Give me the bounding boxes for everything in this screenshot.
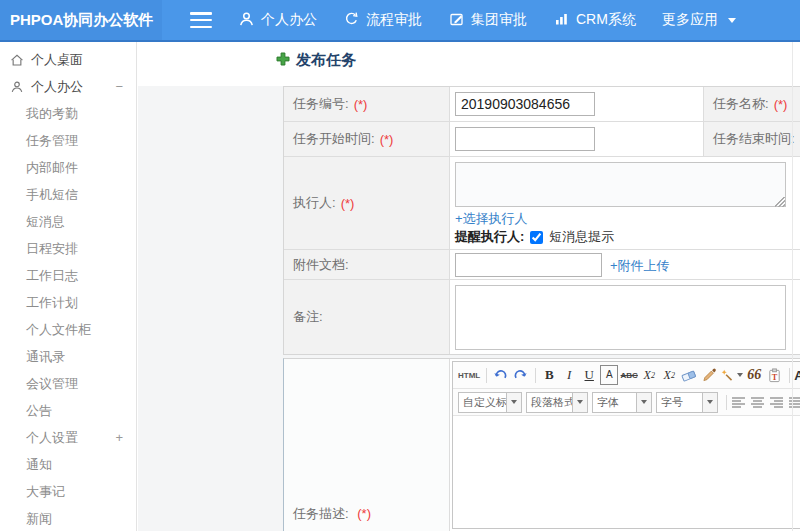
undo-icon[interactable]	[491, 365, 509, 385]
strikethrough-button[interactable]: ABC	[620, 365, 638, 385]
redo-icon[interactable]	[511, 365, 529, 385]
field-label: 任务结束时间:	[713, 130, 795, 148]
attachment-input[interactable]	[455, 253, 602, 277]
required-mark: (*)	[341, 196, 355, 211]
executor-textarea[interactable]	[455, 162, 786, 207]
sidebar-item-my-attendance[interactable]: 我的考勤	[0, 100, 136, 127]
sidebar-item-work-plan[interactable]: 工作计划	[0, 289, 136, 316]
sidebar-item-contacts[interactable]: 通讯录	[0, 343, 136, 370]
sidebar-item-label: 通知	[26, 456, 52, 474]
sidebar-item-personal-desktop[interactable]: 个人桌面	[0, 46, 136, 73]
align-justify-icon[interactable]	[788, 396, 800, 409]
home-icon	[10, 53, 24, 67]
scrollbar-track	[792, 42, 793, 531]
start-time-input[interactable]	[455, 127, 595, 151]
workflow-icon	[343, 11, 360, 30]
nav-label: CRM系统	[576, 11, 636, 29]
remind-label: 提醒执行人:	[455, 228, 524, 246]
italic-button[interactable]: I	[560, 365, 578, 385]
hamburger-menu-icon[interactable]	[190, 12, 212, 28]
sidebar-item-label: 个人设置	[26, 429, 78, 447]
task-no-input[interactable]	[455, 92, 595, 116]
editor-content-area[interactable]	[453, 416, 800, 528]
add-plus-icon	[276, 52, 290, 70]
nav-item-crm-system[interactable]: CRM系统	[553, 11, 636, 30]
sidebar-item-announcement[interactable]: 公告	[0, 397, 136, 424]
align-left-icon[interactable]	[731, 396, 746, 409]
rich-text-editor: HTML	[452, 361, 800, 529]
align-right-icon[interactable]	[769, 396, 784, 409]
sms-remind-checkbox[interactable]	[530, 231, 543, 244]
sidebar-item-major-events[interactable]: 大事记	[0, 478, 136, 505]
nav-item-group-approval[interactable]: 集团审批	[448, 11, 527, 30]
task-name-label-cell: 任务名称: (*)	[704, 87, 800, 121]
sidebar-item-news[interactable]: 新闻	[0, 505, 136, 531]
task-form-table: 任务编号: (*) 任务名称: (*) 任务开始时间: (*) 任务结束时间: …	[283, 86, 800, 355]
field-label: 任务描述:	[293, 506, 349, 521]
remind-executor-row: 提醒执行人: 短消息提示	[455, 228, 614, 246]
underline-button[interactable]: U	[580, 365, 598, 385]
sidebar-item-internal-mail[interactable]: 内部邮件	[0, 154, 136, 181]
sidebar-item-meeting-management[interactable]: 会议管理	[0, 370, 136, 397]
eraser-icon[interactable]	[680, 365, 698, 385]
attachment-field-cell: +附件上传	[450, 250, 800, 279]
magic-wand-icon[interactable]	[720, 365, 743, 385]
nav-label: 更多应用	[662, 11, 718, 29]
sidebar-item-schedule[interactable]: 日程安排	[0, 235, 136, 262]
note-label-cell: 备注:	[284, 280, 450, 354]
note-textarea[interactable]	[455, 285, 786, 350]
font-size-select[interactable]: 字号	[656, 392, 718, 413]
editor-toolbar-top: HTML	[453, 362, 800, 389]
nav-item-personal-office[interactable]: 个人办公	[238, 11, 317, 30]
sidebar-item-mobile-sms[interactable]: 手机短信	[0, 181, 136, 208]
sidebar-item-label: 工作计划	[26, 294, 78, 312]
task-desc-label-cell: 任务描述: (*)	[284, 359, 450, 531]
font-family-select[interactable]: 字体	[592, 392, 652, 413]
format-brush-icon[interactable]	[700, 365, 718, 385]
bold-button[interactable]: B	[540, 365, 558, 385]
caret-down-icon	[737, 373, 743, 377]
attachment-upload-link[interactable]: +附件上传	[610, 257, 670, 275]
sidebar: 个人桌面 个人办公 − 我的考勤 任务管理 内部邮件 手机短信 短消息 日程安排…	[0, 42, 137, 531]
paste-text-icon[interactable]: T	[765, 365, 783, 385]
form-row-attachment: 附件文档: +附件上传	[284, 250, 800, 280]
executor-label-cell: 执行人: (*)	[284, 157, 450, 249]
textarea-resize-handle[interactable]	[775, 197, 785, 207]
custom-title-select[interactable]: 自定义标题	[458, 392, 522, 413]
collapse-toggle[interactable]: −	[115, 79, 123, 94]
select-executor-link[interactable]: +选择执行人	[455, 210, 528, 228]
subscript-button[interactable]: X2	[660, 365, 678, 385]
nav-item-more-apps[interactable]: 更多应用	[662, 11, 736, 29]
sidebar-item-notification[interactable]: 通知	[0, 451, 136, 478]
sidebar-item-label: 个人办公	[31, 78, 83, 96]
html-source-button[interactable]: HTML	[458, 365, 480, 385]
blockquote-button[interactable]: 66	[745, 365, 763, 385]
sidebar-item-task-management[interactable]: 任务管理	[0, 127, 136, 154]
user-icon	[238, 11, 255, 30]
sidebar-item-personal-office[interactable]: 个人办公 −	[0, 73, 136, 100]
font-color-button[interactable]: A	[794, 365, 800, 385]
caret-down-icon	[728, 18, 736, 23]
toolbar-separator	[789, 368, 790, 383]
sidebar-item-short-message[interactable]: 短消息	[0, 208, 136, 235]
toolbar-separator	[535, 368, 536, 383]
sidebar-item-label: 日程安排	[26, 240, 78, 258]
font-style-button[interactable]: A	[600, 365, 618, 385]
sidebar-item-label: 工作日志	[26, 267, 78, 285]
sidebar-item-personal-files[interactable]: 个人文件柜	[0, 316, 136, 343]
nav-item-workflow-approval[interactable]: 流程审批	[343, 11, 422, 30]
field-label: 执行人:	[293, 194, 336, 212]
expand-toggle[interactable]: +	[115, 430, 123, 445]
paragraph-format-select[interactable]: 段落格式	[526, 392, 588, 413]
field-label: 任务名称:	[713, 95, 769, 113]
form-row-executor: 执行人: (*) +选择执行人 提醒执行人: 短消息提示	[284, 157, 800, 250]
align-center-icon[interactable]	[750, 396, 765, 409]
superscript-button[interactable]: X2	[640, 365, 658, 385]
toolbar-separator	[486, 368, 487, 383]
sidebar-item-work-log[interactable]: 工作日志	[0, 262, 136, 289]
app-window: PHPOA协同办公软件 个人办公 流程审批	[0, 0, 800, 531]
sidebar-item-label: 个人桌面	[31, 51, 83, 69]
start-time-field-cell	[450, 122, 704, 156]
sidebar-item-personal-settings[interactable]: 个人设置 +	[0, 424, 136, 451]
task-desc-row: 任务描述: (*) HTML	[283, 358, 800, 531]
